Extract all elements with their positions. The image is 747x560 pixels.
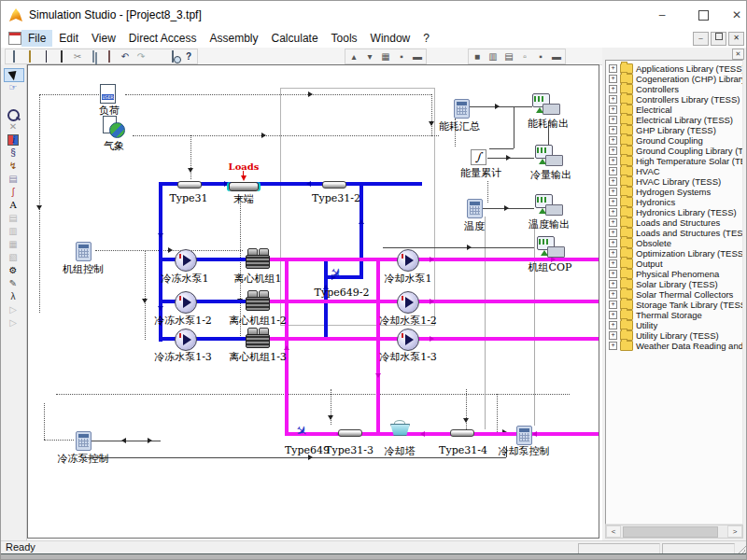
undo-icon[interactable]: ↶ [119, 50, 132, 63]
expand-icon[interactable]: + [609, 177, 617, 186]
toolbar-view-icon[interactable]: ▥ [486, 50, 500, 63]
menu-window[interactable]: Window [364, 30, 417, 47]
expand-icon[interactable]: + [609, 311, 617, 319]
info-tool-icon[interactable]: i [4, 133, 22, 146]
cut-icon[interactable]: ✂ [71, 50, 84, 63]
expand-icon[interactable]: + [609, 95, 617, 104]
tree-item[interactable]: +Controllers Library (TESS) [609, 94, 740, 105]
chiller-icon[interactable] [246, 290, 270, 311]
expand-icon[interactable]: + [609, 249, 617, 258]
scroll-left-icon[interactable]: < [606, 525, 621, 538]
expand-icon[interactable]: + [609, 280, 617, 288]
expand-icon[interactable]: + [609, 85, 617, 93]
print-icon[interactable] [150, 50, 163, 63]
copy-icon[interactable] [87, 50, 100, 63]
toolbar-view-icon[interactable]: ▤ [502, 50, 515, 63]
save-icon[interactable] [39, 50, 52, 63]
menu-view[interactable]: View [85, 30, 122, 47]
expand-icon[interactable]: + [609, 270, 617, 278]
pump-icon[interactable] [397, 249, 419, 272]
select-tool-button[interactable] [4, 68, 24, 82]
expand-icon[interactable]: + [609, 229, 617, 237]
layers-tool-icon[interactable]: ▤ [4, 173, 22, 185]
tree-item[interactable]: +Storage Tank Library (TESS) [609, 300, 743, 310]
text-tool-icon[interactable]: A [4, 199, 22, 211]
toolbar-view-icon[interactable]: ▪ [534, 50, 547, 63]
chiller-icon[interactable] [246, 328, 270, 348]
toolbar-extra-icon[interactable]: ▾ [363, 50, 376, 63]
expand-icon[interactable]: + [609, 301, 617, 309]
tree-item[interactable]: +Solar Thermal Collectors [609, 289, 733, 300]
expand-icon[interactable]: + [609, 75, 617, 83]
library-tree[interactable]: +Applications Library (TESS) +Cogenerati… [605, 60, 743, 525]
expand-icon[interactable]: + [609, 64, 617, 73]
tree-item[interactable]: +Hydronics [609, 197, 675, 207]
pan-hand-icon[interactable]: ☞ [4, 81, 22, 93]
expand-icon[interactable]: + [609, 208, 617, 217]
pump-icon[interactable] [175, 249, 197, 272]
mdi-restore-button[interactable] [711, 32, 726, 46]
cooling-tower-icon[interactable] [390, 420, 409, 436]
expand-icon[interactable]: + [609, 157, 617, 165]
menu-file[interactable]: File [21, 30, 52, 47]
link-tool-icon[interactable]: § [4, 147, 22, 159]
expand-icon[interactable]: + [609, 321, 617, 329]
menu-calculate[interactable]: Calculate [265, 30, 325, 47]
tree-item[interactable]: +Obsolete [609, 238, 671, 248]
wrench-tool-icon[interactable]: ↯ [4, 160, 22, 172]
calculator-component-icon[interactable] [76, 431, 92, 451]
toolbar-extra-icon[interactable]: ▴ [347, 50, 360, 63]
calculator-component-icon[interactable] [76, 242, 92, 261]
chiller-icon[interactable] [246, 248, 270, 269]
save-project-icon[interactable] [55, 50, 68, 63]
expand-icon[interactable]: + [609, 116, 617, 124]
tree-item[interactable]: +Electrical [609, 105, 672, 115]
pump-icon[interactable] [175, 329, 197, 351]
output-component-icon[interactable] [532, 93, 560, 115]
pencil-tool-icon[interactable]: ✎ [4, 277, 22, 289]
menu-direct-access[interactable]: Direct Access [122, 30, 204, 47]
open-icon[interactable] [23, 50, 36, 63]
zoom-tool-icon[interactable] [4, 108, 22, 120]
expand-icon[interactable]: + [609, 126, 617, 134]
settings-gear-icon[interactable]: ⚙ [4, 264, 22, 276]
load-file-icon[interactable]: USER [100, 84, 116, 104]
expand-icon[interactable]: + [609, 147, 617, 155]
redo-icon[interactable]: ↷ [134, 50, 148, 63]
pump-icon[interactable] [397, 291, 419, 314]
expand-icon[interactable]: + [609, 342, 617, 350]
expand-icon[interactable]: + [609, 218, 617, 227]
mdi-minimize-button[interactable]: – [693, 32, 709, 46]
menu-assembly[interactable]: Assembly [204, 30, 265, 47]
minimize-button[interactable]: – [643, 1, 681, 29]
integrator-component-icon[interactable]: ∫ [471, 149, 486, 165]
pump-icon[interactable] [175, 291, 197, 314]
new-icon[interactable] [7, 50, 21, 63]
toolbar-view-icon[interactable]: ▫ [518, 50, 531, 63]
signal-tool-icon[interactable]: ʃ [4, 186, 22, 198]
tree-item[interactable]: +Ground Coupling Library (TESS) [609, 146, 743, 156]
delete-tool-icon[interactable]: ✕ [4, 120, 22, 133]
pipe-component-icon[interactable] [322, 181, 346, 189]
tree-item[interactable]: +Cogeneration (CHP) Library (TESS) [609, 74, 743, 84]
expand-icon[interactable]: + [609, 239, 617, 247]
menu-tools[interactable]: Tools [325, 30, 364, 47]
toolbar-view-icon[interactable]: ■ [471, 50, 484, 63]
calculator-component-icon[interactable] [467, 199, 483, 218]
expand-icon[interactable]: + [609, 188, 617, 196]
expand-icon[interactable]: + [609, 259, 617, 268]
pipe-component-icon[interactable] [177, 181, 202, 189]
mdi-close-button[interactable]: ✕ [728, 32, 744, 46]
weather-icon[interactable] [103, 116, 125, 138]
tree-item[interactable]: +Weather Data Reading and Process [609, 341, 743, 351]
paste-icon[interactable] [103, 50, 116, 63]
menu-help[interactable]: ? [416, 30, 436, 47]
output-component-icon[interactable] [535, 145, 563, 166]
pipe-component-icon[interactable] [450, 429, 474, 437]
horizontal-scrollbar[interactable]: < > [605, 525, 743, 539]
close-button[interactable]: ✕ [726, 1, 747, 29]
tree-item[interactable]: +Hydronics Library (TESS) [609, 207, 737, 217]
calculator-component-icon[interactable] [516, 426, 532, 445]
project-canvas[interactable]: USER ∫ ✈ ✈ Loads 负荷 气象 Ty [27, 64, 599, 539]
maximize-button[interactable] [684, 1, 722, 29]
